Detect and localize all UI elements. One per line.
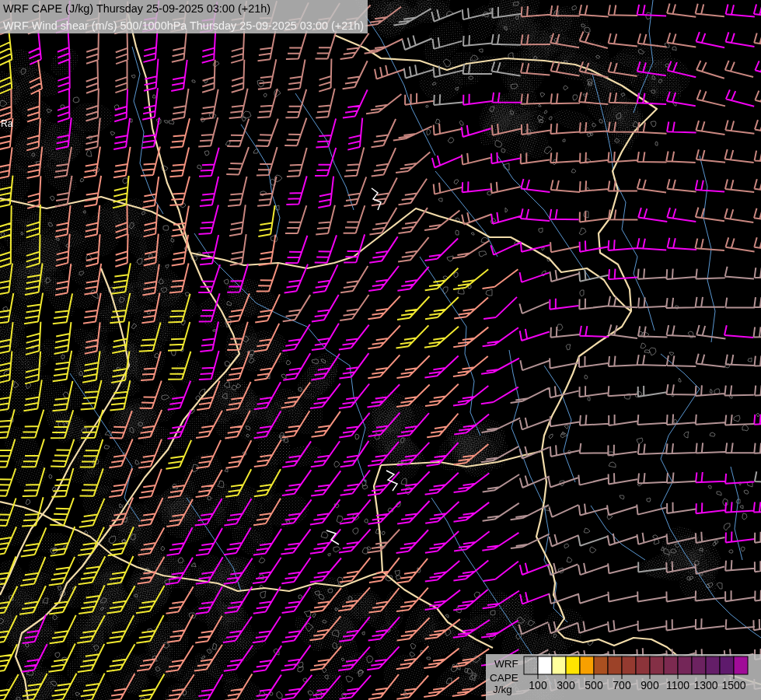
svg-text:WRF CAPE (J/kg) Thursday 25-09: WRF CAPE (J/kg) Thursday 25-09-2025 03:0… (3, 2, 271, 15)
svg-text:1500: 1500 (721, 679, 745, 691)
svg-text:500: 500 (585, 679, 603, 691)
svg-text:CAPE: CAPE (490, 672, 518, 684)
svg-text:1300: 1300 (693, 679, 717, 691)
svg-text:WRF Wind shear (m/s) 500/1000h: WRF Wind shear (m/s) 500/1000hPa Thursda… (3, 19, 364, 32)
svg-text:100: 100 (529, 679, 547, 691)
svg-text:300: 300 (557, 679, 575, 691)
svg-text:900: 900 (641, 679, 659, 691)
svg-text:WRF: WRF (494, 658, 518, 670)
svg-text:J/kg: J/kg (493, 684, 512, 695)
svg-text:Ra: Ra (1, 118, 13, 129)
svg-text:700: 700 (613, 679, 631, 691)
svg-text:1100: 1100 (666, 679, 689, 691)
